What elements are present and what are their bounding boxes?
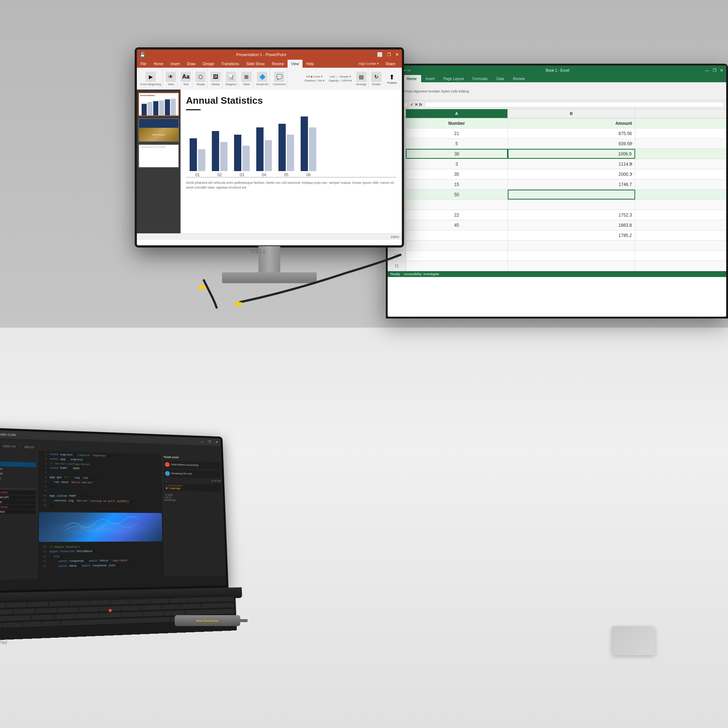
- key-l[interactable]: [181, 604, 200, 610]
- ppt-tab-review[interactable]: Review: [268, 60, 288, 68]
- rotate-icon[interactable]: ↻: [371, 72, 381, 82]
- ppt-tab-view[interactable]: View: [288, 60, 303, 68]
- key-c[interactable]: [77, 613, 99, 619]
- key-x[interactable]: [55, 614, 76, 620]
- cell-7b[interactable]: 1746.7: [508, 179, 635, 189]
- cell-15a[interactable]: [406, 261, 508, 271]
- key-backspace[interactable]: [207, 596, 234, 603]
- key-j[interactable]: [141, 605, 161, 611]
- excel-maximize-icon[interactable]: ❐: [713, 68, 716, 73]
- shape-icon[interactable]: ⬡: [196, 72, 206, 82]
- cell-13b[interactable]: [508, 241, 635, 251]
- sidebar-item-2[interactable]: Warning: Deprecated API: [0, 495, 36, 499]
- cell-4b[interactable]: 1006.9: [508, 149, 635, 159]
- key-s[interactable]: [36, 608, 57, 614]
- sidebar-item-1[interactable]: Error: Connection failed: [0, 490, 36, 495]
- ide-close-icon[interactable]: ✕: [216, 440, 218, 444]
- arrange-icon[interactable]: ▤: [356, 72, 367, 82]
- ide-maximize-icon[interactable]: ❐: [208, 440, 211, 444]
- cell-10a[interactable]: 22: [406, 210, 508, 220]
- ide-minimize-icon[interactable]: —: [201, 440, 204, 443]
- cell-5b[interactable]: 1114.8 ▼: [508, 159, 635, 169]
- diagram-icon[interactable]: 📊: [226, 72, 236, 82]
- sidebar-item-3[interactable]: Info: Build complete: [0, 500, 36, 505]
- sidebar-item-5[interactable]: Debug: Server started: [0, 509, 36, 514]
- maximize-icon[interactable]: ❐: [387, 52, 391, 57]
- cell-5a[interactable]: 3: [406, 159, 508, 169]
- slide-thumb-3[interactable]: Lorem ipsum dolor sit amet consectetur: [138, 144, 179, 168]
- key-caps[interactable]: [0, 609, 13, 616]
- slide-thumb-2[interactable]: About Company: [138, 118, 179, 142]
- ppt-tab-insert[interactable]: Insert: [167, 60, 184, 68]
- cell-2b[interactable]: 875.56: [508, 128, 635, 138]
- dropdown-icon-5[interactable]: ▼: [630, 162, 633, 166]
- cell-9a[interactable]: [406, 200, 508, 210]
- key-z[interactable]: [32, 615, 54, 621]
- minimize-icon[interactable]: ⬜: [377, 52, 382, 57]
- key-o[interactable]: [169, 598, 188, 604]
- key-f[interactable]: [79, 607, 99, 613]
- key-y[interactable]: [110, 600, 130, 605]
- excel-tab-data[interactable]: Data: [492, 75, 509, 82]
- key-r[interactable]: [70, 601, 89, 606]
- cell-11a[interactable]: 45: [406, 220, 508, 230]
- key-t[interactable]: [90, 600, 110, 606]
- key-b[interactable]: [122, 612, 143, 618]
- key-super[interactable]: [23, 621, 41, 627]
- key-k[interactable]: [161, 604, 180, 610]
- key-u[interactable]: [130, 599, 149, 605]
- cell-6a[interactable]: 35: [406, 169, 508, 179]
- key-v[interactable]: [100, 612, 121, 618]
- cell-3b[interactable]: 939.50 ▼: [508, 139, 635, 148]
- dropdown-icon-6[interactable]: ▼: [630, 172, 633, 176]
- excel-tab-review[interactable]: Review: [509, 75, 529, 82]
- cell-14b[interactable]: [508, 251, 635, 261]
- key-a[interactable]: [14, 609, 35, 615]
- excel-tab-formulas[interactable]: Formulas: [468, 75, 492, 82]
- cell-11b[interactable]: 1863.8: [508, 220, 635, 230]
- ide-tab-apppy[interactable]: app.py: [20, 443, 38, 450]
- cell-9b[interactable]: [508, 200, 635, 210]
- table-icon[interactable]: ⊞: [241, 72, 252, 82]
- key-alt[interactable]: [42, 621, 60, 627]
- col-header-a[interactable]: A: [406, 109, 508, 118]
- slide-thumb-1[interactable]: Annual Statistics: [138, 92, 179, 116]
- cell-14a[interactable]: [406, 251, 508, 261]
- excel-close-icon[interactable]: ✕: [720, 68, 723, 73]
- ppt-tab-help[interactable]: Help: [303, 60, 317, 68]
- cell-3a[interactable]: 5: [406, 139, 508, 148]
- ppt-tab-home[interactable]: Home: [150, 60, 167, 68]
- ide-tab-stylecss[interactable]: style.css: [0, 442, 20, 450]
- ppt-tab-slideshow[interactable]: Slide Show: [243, 60, 268, 68]
- ppt-tab-transitions[interactable]: Transitions: [218, 60, 243, 68]
- key-i[interactable]: [150, 598, 168, 604]
- file-utils[interactable]: 📁 utils: [0, 480, 36, 486]
- cell-12b[interactable]: 1785.2: [508, 230, 635, 240]
- key-p[interactable]: [188, 597, 206, 603]
- close-icon[interactable]: ✕: [395, 52, 399, 57]
- key-n[interactable]: [143, 611, 164, 617]
- key-tab[interactable]: [0, 603, 5, 609]
- key-q[interactable]: [6, 602, 27, 608]
- col-header-b[interactable]: B: [508, 109, 635, 118]
- text-icon[interactable]: Aa: [180, 72, 191, 82]
- key-shift-right[interactable]: [185, 609, 234, 616]
- cell-a-header[interactable]: Number: [406, 118, 508, 128]
- cell-8b[interactable]: [508, 190, 635, 199]
- excel-tab-pagelayout[interactable]: Page Layout: [439, 75, 468, 82]
- cell-10b[interactable]: 1752.3: [508, 210, 635, 220]
- excel-minimize-icon[interactable]: —: [705, 68, 709, 73]
- ide-code-editor[interactable]: 1 const express = require('express'); 2 …: [37, 450, 165, 579]
- sidebar-item-4[interactable]: Error: Module not found: [0, 505, 36, 509]
- cell-7a[interactable]: 15: [406, 179, 508, 189]
- cell-8a[interactable]: 50: [406, 190, 508, 199]
- cell-6b[interactable]: 2000.3 ▼: [508, 169, 635, 179]
- cell-13a[interactable]: [406, 241, 508, 251]
- key-fn[interactable]: [3, 622, 22, 628]
- media-icon[interactable]: 🖼: [210, 72, 220, 82]
- key-ctrl[interactable]: [0, 623, 2, 629]
- excel-tab-insert[interactable]: Insert: [421, 75, 439, 82]
- external-trackpad[interactable]: [612, 626, 655, 655]
- cell-b-header[interactable]: Amount: [508, 118, 635, 128]
- ppt-tab-design[interactable]: Design: [199, 60, 218, 68]
